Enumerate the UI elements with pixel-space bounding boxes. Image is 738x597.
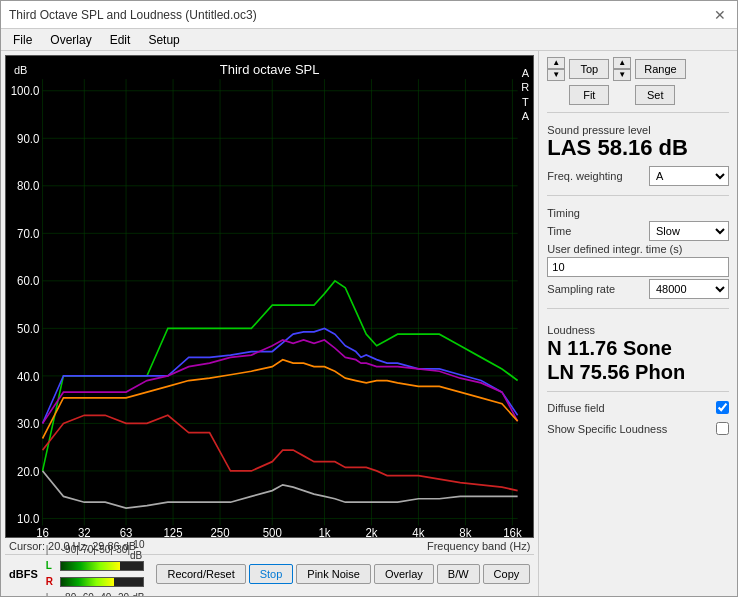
menu-file[interactable]: File xyxy=(5,31,40,49)
svg-text:1k: 1k xyxy=(318,525,331,537)
left-channel: L xyxy=(46,560,58,571)
chart-area: Third octave SPL dB ARTA xyxy=(1,51,538,596)
record-reset-button[interactable]: Record/Reset xyxy=(156,564,245,584)
sampling-rate-select[interactable]: 48000 44100 96000 xyxy=(649,279,729,299)
copy-button[interactable]: Copy xyxy=(483,564,531,584)
title-bar: Third Octave SPL and Loudness (Untitled.… xyxy=(1,1,737,29)
svg-text:10.0: 10.0 xyxy=(17,512,40,527)
overlay-button[interactable]: Overlay xyxy=(374,564,434,584)
top-spin-group: ▲ ▼ xyxy=(547,57,565,81)
svg-text:63: 63 xyxy=(120,525,133,537)
user-integr-input[interactable] xyxy=(547,257,729,277)
stop-button[interactable]: Stop xyxy=(249,564,294,584)
loudness-n-value: N 11.76 Sone xyxy=(547,336,729,360)
sampling-rate-label: Sampling rate xyxy=(547,283,615,295)
pink-noise-button[interactable]: Pink Noise xyxy=(296,564,371,584)
fit-button[interactable]: Fit xyxy=(569,85,609,105)
divider-1 xyxy=(547,112,729,113)
dbfs-row-right: R xyxy=(46,575,145,589)
svg-text:80.0: 80.0 xyxy=(17,179,40,194)
dbfs-row-top: | -90|-70|-50|-30|-10 dB xyxy=(46,543,145,557)
freq-band-label: Frequency band (Hz) xyxy=(427,540,530,552)
diffuse-field-label: Diffuse field xyxy=(547,402,604,414)
time-select[interactable]: Slow Fast Impulse xyxy=(649,221,729,241)
range-spin-group: ▲ ▼ xyxy=(613,57,631,81)
menu-edit[interactable]: Edit xyxy=(102,31,139,49)
svg-text:8k: 8k xyxy=(459,525,472,537)
divider-3 xyxy=(547,308,729,309)
right-panel: ▲ ▼ Top ▲ ▼ Range Fit Set Sound pressure xyxy=(538,51,737,596)
right-meter xyxy=(60,577,145,587)
svg-rect-0 xyxy=(6,56,533,537)
top-controls-row: ▲ ▼ Top ▲ ▼ Range xyxy=(547,57,729,81)
svg-text:4k: 4k xyxy=(412,525,425,537)
window-title: Third Octave SPL and Loudness (Untitled.… xyxy=(9,8,257,22)
main-window: Third Octave SPL and Loudness (Untitled.… xyxy=(0,0,738,597)
svg-text:125: 125 xyxy=(163,525,182,537)
freq-weighting-row: Freq. weighting A B C Z xyxy=(547,166,729,186)
top-up-button[interactable]: ▲ xyxy=(547,57,565,69)
range-button[interactable]: Range xyxy=(635,59,685,79)
dbfs-row-left: L xyxy=(46,559,145,573)
loudness-section: Loudness N 11.76 Sone LN 75.56 Phon xyxy=(547,320,729,384)
svg-text:40.0: 40.0 xyxy=(17,369,40,384)
dbfs-scale: | -90|-70|-50|-30|-10 dB L R xyxy=(46,543,145,597)
fit-set-row: Fit Set xyxy=(547,85,729,105)
svg-text:90.0: 90.0 xyxy=(17,131,40,146)
range-down-button[interactable]: ▼ xyxy=(613,69,631,81)
right-channel: R xyxy=(46,576,58,587)
dbfs-row-bottom: | -80-60-40-20dB xyxy=(46,591,145,597)
spl-section: Sound pressure level LAS 58.16 dB xyxy=(547,120,729,160)
user-integr-label: User defined integr. time (s) xyxy=(547,243,682,255)
time-label: Time xyxy=(547,225,571,237)
chart-svg: 100.0 90.0 80.0 70.0 60.0 50.0 40.0 30.0… xyxy=(6,56,533,537)
svg-text:50.0: 50.0 xyxy=(17,321,40,336)
top-button[interactable]: Top xyxy=(569,59,609,79)
menu-bar: File Overlay Edit Setup xyxy=(1,29,737,51)
time-row: Time Slow Fast Impulse xyxy=(547,221,729,241)
chart-arta-label: ARTA xyxy=(521,66,529,123)
left-meter xyxy=(60,561,145,571)
top-down-button[interactable]: ▼ xyxy=(547,69,565,81)
svg-text:70.0: 70.0 xyxy=(17,226,40,241)
loudness-ln-value: LN 75.56 Phon xyxy=(547,360,729,384)
bw-button[interactable]: B/W xyxy=(437,564,480,584)
divider-2 xyxy=(547,195,729,196)
main-content: Third octave SPL dB ARTA xyxy=(1,51,737,596)
chart-container: Third octave SPL dB ARTA xyxy=(5,55,534,538)
freq-weighting-select[interactable]: A B C Z xyxy=(649,166,729,186)
user-integr-row: User defined integr. time (s) xyxy=(547,243,729,277)
menu-overlay[interactable]: Overlay xyxy=(42,31,99,49)
timing-section: Timing Time Slow Fast Impulse User defin… xyxy=(547,203,729,301)
spl-value: LAS 58.16 dB xyxy=(547,136,729,160)
svg-text:20.0: 20.0 xyxy=(17,464,40,479)
chart-db-label: dB xyxy=(14,64,27,76)
svg-text:2k: 2k xyxy=(365,525,378,537)
svg-text:60.0: 60.0 xyxy=(17,274,40,289)
show-specific-label: Show Specific Loudness xyxy=(547,423,667,435)
svg-text:16: 16 xyxy=(36,525,49,537)
svg-text:30.0: 30.0 xyxy=(17,416,40,431)
chart-title: Third octave SPL xyxy=(220,62,320,77)
show-specific-row: Show Specific Loudness xyxy=(547,422,729,435)
diffuse-field-row: Diffuse field xyxy=(547,401,729,414)
svg-text:16k: 16k xyxy=(503,525,522,537)
set-button[interactable]: Set xyxy=(635,85,675,105)
svg-text:32: 32 xyxy=(78,525,91,537)
timing-label: Timing xyxy=(547,207,729,219)
loudness-label: Loudness xyxy=(547,324,729,336)
range-up-button[interactable]: ▲ xyxy=(613,57,631,69)
svg-text:500: 500 xyxy=(263,525,282,537)
show-specific-checkbox[interactable] xyxy=(716,422,729,435)
sampling-rate-row: Sampling rate 48000 44100 96000 xyxy=(547,279,729,299)
dbfs-label: dBFS xyxy=(9,568,38,580)
svg-text:100.0: 100.0 xyxy=(11,84,40,99)
freq-weighting-label: Freq. weighting xyxy=(547,170,622,182)
svg-text:250: 250 xyxy=(210,525,229,537)
divider-4 xyxy=(547,391,729,392)
dbfs-bar: dBFS | -90|-70|-50|-30|-10 dB L xyxy=(5,554,534,592)
close-button[interactable]: ✕ xyxy=(711,6,729,24)
menu-setup[interactable]: Setup xyxy=(140,31,187,49)
diffuse-field-checkbox[interactable] xyxy=(716,401,729,414)
